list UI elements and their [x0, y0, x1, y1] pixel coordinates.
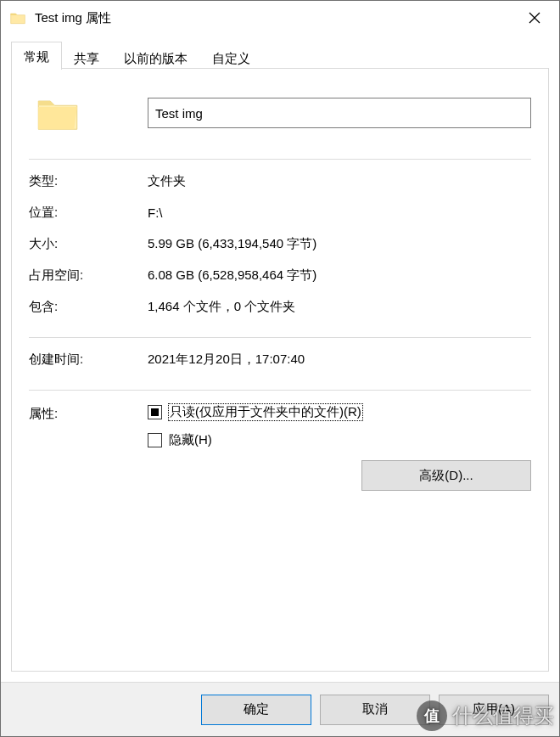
label-type: 类型: — [29, 173, 148, 189]
tab-previous-versions[interactable]: 以前的版本 — [111, 45, 200, 69]
label-size: 大小: — [29, 236, 148, 252]
properties-dialog: Test img 属性 常规 共享 以前的版本 自定义 — [0, 0, 560, 737]
label-location: 位置: — [29, 205, 148, 221]
ok-button[interactable]: 确定 — [201, 695, 311, 725]
titlebar: Test img 属性 — [1, 1, 559, 35]
cancel-button[interactable]: 取消 — [320, 695, 430, 725]
advanced-button[interactable]: 高级(D)... — [361, 460, 531, 491]
checkbox-empty-icon — [148, 433, 162, 447]
dialog-button-bar: 确定 取消 应用(A) — [1, 682, 559, 736]
folder-large-icon — [34, 89, 81, 137]
value-size: 5.99 GB (6,433,194,540 字节) — [148, 236, 531, 252]
tab-customize[interactable]: 自定义 — [199, 45, 263, 69]
folder-name-input[interactable] — [148, 98, 531, 128]
hidden-checkbox-row[interactable]: 隐藏(H) — [148, 432, 531, 448]
tab-panel-general: 类型: 文件夹 位置: F:\ 大小: 5.99 GB (6,433,194,5… — [11, 69, 549, 672]
readonly-checkbox-row[interactable]: 只读(仅应用于文件夹中的文件)(R) — [148, 404, 531, 420]
separator — [29, 159, 531, 160]
value-type: 文件夹 — [148, 173, 531, 189]
apply-button[interactable]: 应用(A) — [439, 695, 549, 725]
dialog-body: 常规 共享 以前的版本 自定义 — [1, 35, 559, 736]
value-contains: 1,464 个文件，0 个文件夹 — [148, 299, 531, 315]
label-contains: 包含: — [29, 299, 148, 315]
separator — [29, 337, 531, 338]
value-size-on-disk: 6.08 GB (6,528,958,464 字节) — [148, 267, 531, 284]
separator — [29, 390, 531, 391]
tab-general[interactable]: 常规 — [11, 42, 62, 70]
window-title: Test img 属性 — [35, 10, 111, 26]
close-button[interactable] — [510, 1, 559, 35]
tab-sharing[interactable]: 共享 — [61, 45, 112, 69]
value-created: 2021年12月20日，17:07:40 — [148, 352, 531, 368]
label-attributes: 属性: — [29, 404, 148, 422]
hidden-label: 隐藏(H) — [169, 432, 212, 448]
folder-small-icon — [9, 9, 26, 26]
tab-strip: 常规 共享 以前的版本 自定义 — [11, 38, 549, 69]
value-location: F:\ — [148, 205, 531, 220]
label-size-on-disk: 占用空间: — [29, 267, 148, 284]
close-icon — [529, 12, 540, 24]
checkbox-indeterminate-icon — [148, 405, 162, 419]
readonly-label: 只读(仅应用于文件夹中的文件)(R) — [169, 404, 362, 420]
label-created: 创建时间: — [29, 352, 148, 368]
